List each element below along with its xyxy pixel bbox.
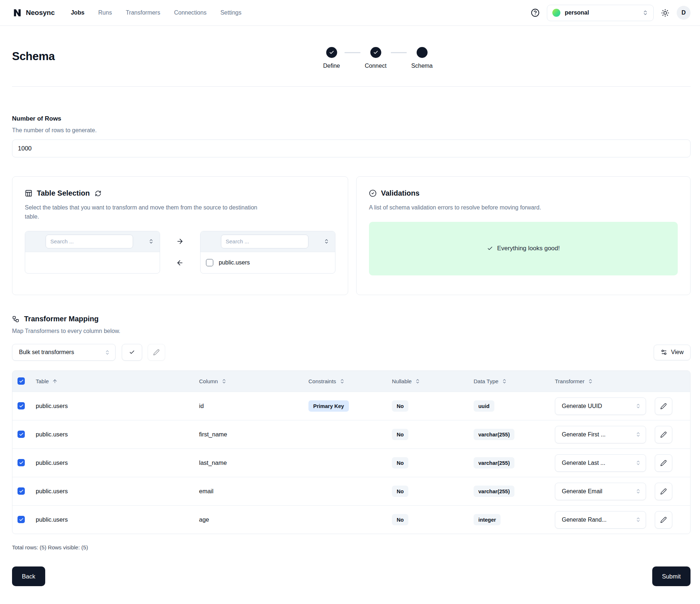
nullable-badge: No bbox=[392, 457, 408, 468]
move-right-button[interactable] bbox=[176, 238, 184, 245]
table-row: public.users id Primary Key No uuid Gene… bbox=[12, 392, 690, 420]
constraint-badge: Primary Key bbox=[308, 400, 349, 412]
user-avatar[interactable]: D bbox=[677, 6, 691, 20]
nav-item-settings[interactable]: Settings bbox=[220, 9, 241, 16]
nullable-badge: No bbox=[392, 514, 408, 525]
table-checkbox[interactable] bbox=[206, 259, 213, 266]
select-all-checkbox[interactable] bbox=[18, 377, 25, 385]
main-nav: JobsRunsTransformersConnectionsSettings bbox=[71, 9, 241, 16]
page-title: Schema bbox=[12, 50, 55, 63]
column-header-table[interactable]: Table bbox=[36, 378, 199, 384]
validations-description: A list of schema validation errors to re… bbox=[369, 203, 610, 212]
cell-column: age bbox=[199, 516, 308, 523]
edit-transformer-button[interactable] bbox=[655, 511, 672, 529]
pencil-icon bbox=[660, 517, 667, 523]
main-content: Schema Define Connect Schema Number of R… bbox=[0, 47, 700, 596]
bulk-set-transformers-select[interactable]: Bulk set transformers bbox=[12, 344, 116, 361]
sort-chevrons-icon bbox=[221, 379, 227, 384]
nullable-badge: No bbox=[392, 400, 408, 412]
step-label: Connect bbox=[365, 63, 386, 69]
row-checkbox[interactable] bbox=[18, 402, 25, 409]
row-checkbox[interactable] bbox=[18, 516, 25, 523]
transformer-select[interactable]: Generate Last ... bbox=[555, 454, 646, 472]
edit-transformer-button[interactable] bbox=[655, 426, 672, 443]
sun-icon bbox=[661, 9, 669, 17]
column-header-data-type[interactable]: Data Type bbox=[474, 378, 555, 384]
back-button[interactable]: Back bbox=[12, 566, 45, 586]
schema-table: Table Column Constraints Nullable Data T… bbox=[12, 370, 691, 534]
sort-chevrons-icon bbox=[415, 379, 420, 384]
bulk-edit-button[interactable] bbox=[148, 344, 165, 361]
chevrons-up-down-icon bbox=[635, 517, 641, 522]
sort-chevrons-icon bbox=[502, 379, 507, 384]
header-divider bbox=[12, 86, 691, 87]
submit-button[interactable]: Submit bbox=[652, 566, 691, 586]
help-button[interactable] bbox=[531, 8, 540, 17]
cell-constraints: Primary Key bbox=[308, 400, 392, 412]
destination-search-input[interactable] bbox=[221, 235, 308, 248]
cell-datatype: uuid bbox=[474, 400, 555, 412]
number-of-rows-input[interactable] bbox=[12, 140, 691, 157]
check-icon bbox=[19, 517, 24, 522]
account-select[interactable]: personal bbox=[547, 5, 654, 21]
row-checkbox[interactable] bbox=[18, 459, 25, 466]
table-selection-card: Table Selection Select the tables that y… bbox=[12, 176, 348, 295]
column-header-transformer[interactable]: Transformer bbox=[555, 378, 655, 384]
transformer-select[interactable]: Generate Email bbox=[555, 483, 646, 500]
cell-nullable: No bbox=[392, 514, 474, 525]
transformer-select[interactable]: Generate Rand... bbox=[555, 511, 646, 529]
cell-transformer: Generate Rand... bbox=[555, 511, 655, 529]
column-header-nullable[interactable]: Nullable bbox=[392, 378, 474, 384]
edit-transformer-button[interactable] bbox=[655, 454, 672, 472]
destination-table-item: public.users bbox=[201, 252, 335, 273]
column-header-constraints[interactable]: Constraints bbox=[308, 378, 392, 384]
move-left-button[interactable] bbox=[176, 259, 184, 267]
datatype-badge: varchar(255) bbox=[474, 486, 514, 497]
cell-edit bbox=[655, 511, 690, 529]
edit-transformer-button[interactable] bbox=[655, 483, 672, 500]
check-icon bbox=[19, 460, 24, 465]
destination-table-list: public.users bbox=[201, 252, 335, 273]
transformer-select[interactable]: Generate First ... bbox=[555, 426, 646, 443]
row-checkbox[interactable] bbox=[18, 487, 25, 495]
transformer-select[interactable]: Generate UUID bbox=[555, 397, 646, 415]
refresh-tables-button[interactable] bbox=[95, 190, 101, 197]
destination-tables-panel: public.users bbox=[200, 231, 335, 274]
source-tables-panel bbox=[25, 231, 160, 274]
destination-sort-button[interactable] bbox=[324, 239, 329, 244]
cell-transformer: Generate UUID bbox=[555, 397, 655, 415]
view-button[interactable]: View bbox=[654, 345, 691, 360]
cell-edit bbox=[655, 483, 690, 500]
theme-toggle-button[interactable] bbox=[661, 9, 669, 17]
chevrons-up-down-icon bbox=[635, 403, 641, 409]
check-icon bbox=[129, 349, 135, 355]
check-icon bbox=[329, 50, 334, 55]
cell-edit bbox=[655, 397, 690, 415]
apply-bulk-button[interactable] bbox=[122, 344, 142, 361]
validation-success-panel: Everything looks good! bbox=[369, 222, 678, 275]
nav-item-runs[interactable]: Runs bbox=[98, 9, 112, 16]
brand[interactable]: Neosync bbox=[12, 8, 55, 18]
row-checkbox[interactable] bbox=[18, 431, 25, 438]
cell-transformer: Generate Email bbox=[555, 483, 655, 500]
sort-chevrons-icon bbox=[148, 239, 154, 244]
table-header-row: Table Column Constraints Nullable Data T… bbox=[12, 371, 690, 392]
sliders-icon bbox=[661, 349, 667, 356]
validations-card: Validations A list of schema validation … bbox=[356, 176, 691, 295]
circle-check-icon bbox=[369, 189, 377, 197]
datatype-badge: varchar(255) bbox=[474, 457, 514, 468]
source-sort-button[interactable] bbox=[148, 239, 154, 244]
validations-title: Validations bbox=[381, 189, 420, 197]
nav-item-connections[interactable]: Connections bbox=[174, 9, 206, 16]
nav-item-jobs[interactable]: Jobs bbox=[71, 9, 84, 16]
cell-datatype: integer bbox=[474, 514, 555, 525]
table-row: public.users last_name No varchar(255) G… bbox=[12, 448, 690, 477]
source-search-input[interactable] bbox=[46, 235, 133, 248]
cell-column: id bbox=[199, 403, 308, 409]
chevrons-up-down-icon bbox=[635, 489, 641, 494]
sort-chevrons-icon bbox=[339, 379, 345, 384]
column-header-column[interactable]: Column bbox=[199, 378, 308, 384]
edit-transformer-button[interactable] bbox=[655, 397, 672, 415]
check-icon bbox=[19, 432, 24, 437]
nav-item-transformers[interactable]: Transformers bbox=[126, 9, 160, 16]
